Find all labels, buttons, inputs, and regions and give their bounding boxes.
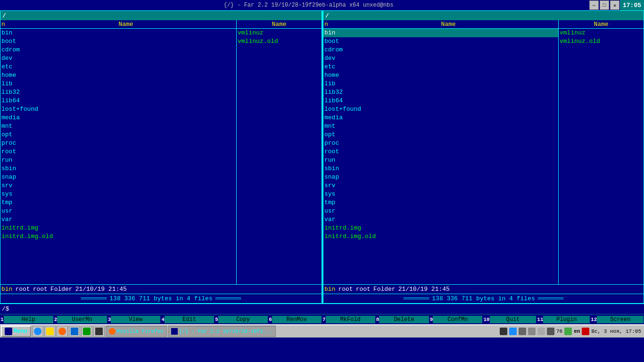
- list-item[interactable]: lib32: [323, 88, 558, 97]
- list-item[interactable]: snap: [0, 173, 236, 181]
- taskbar-app-far[interactable]: {/} - Far 2.2 19/10/28-19f2...: [168, 326, 276, 337]
- list-item[interactable]: cdrom: [0, 46, 236, 54]
- firefox-icon: [58, 328, 66, 335]
- list-item[interactable]: vmlinuz: [559, 29, 644, 37]
- fn-label-8: Delete: [379, 316, 429, 323]
- list-item[interactable]: initrd.img.old: [0, 232, 236, 241]
- list-item[interactable]: lost+found: [0, 105, 236, 114]
- cmd-input[interactable]: [11, 305, 642, 313]
- fn-label-12: Screen: [597, 316, 644, 323]
- list-item[interactable]: lost+found: [323, 105, 558, 114]
- list-item[interactable]: vmlinuz: [237, 29, 322, 37]
- list-item[interactable]: snap: [323, 173, 558, 181]
- close-button[interactable]: ✕: [610, 0, 619, 10]
- list-item[interactable]: vmlinuz.old: [559, 37, 644, 46]
- list-item[interactable]: sys: [323, 190, 558, 198]
- fn-key-7[interactable]: 7MkFold: [322, 314, 376, 324]
- list-item[interactable]: media: [0, 114, 236, 122]
- list-item[interactable]: mnt: [0, 122, 236, 131]
- list-item[interactable]: lib64: [0, 97, 236, 105]
- list-item[interactable]: lib: [323, 80, 558, 88]
- fn-key-10[interactable]: 10Quit: [483, 314, 537, 324]
- right-info-text: 138 336 711 bytes in 4 files: [432, 295, 535, 302]
- right-status-date: 21/10/19 21:45: [398, 286, 450, 293]
- list-item[interactable]: run: [323, 156, 558, 165]
- fn-key-4[interactable]: 4Edit: [161, 314, 215, 324]
- maximize-button[interactable]: □: [600, 0, 609, 10]
- list-item[interactable]: opt: [0, 131, 236, 139]
- list-item[interactable]: root: [0, 148, 236, 156]
- list-item[interactable]: lib: [0, 80, 236, 88]
- list-item[interactable]: sys: [0, 190, 236, 198]
- list-item[interactable]: vmlinuz.old: [237, 37, 322, 46]
- list-item[interactable]: etc: [0, 63, 236, 71]
- list-item[interactable]: proc: [0, 139, 236, 148]
- list-item[interactable]: home: [323, 71, 558, 80]
- right-info-separator-right: ═══════: [538, 295, 564, 302]
- left-col-n: n: [0, 20, 16, 28]
- left-info-text: 138 336 711 bytes in 4 files: [109, 295, 212, 302]
- left-status-bar: bin root root Folder 21/10/19 21:45: [0, 284, 322, 294]
- tray-battery-icon: [564, 328, 572, 335]
- right-status-type: Folder: [373, 286, 396, 293]
- list-item[interactable]: opt: [323, 131, 558, 139]
- list-item[interactable]: mnt: [323, 122, 558, 131]
- list-item[interactable]: usr: [323, 207, 558, 215]
- right-files-right: vmlinuzvmlinuz.old: [559, 29, 644, 284]
- fn-key-3[interactable]: 3View: [107, 314, 161, 324]
- start-button[interactable]: Menu: [1, 326, 31, 337]
- right-col-name: Name: [339, 20, 558, 28]
- list-item[interactable]: proc: [323, 139, 558, 148]
- list-item[interactable]: srv: [323, 181, 558, 190]
- right-status-name: bin: [324, 286, 335, 293]
- minimize-button[interactable]: —: [589, 0, 599, 10]
- fn-key-6[interactable]: 6RenMov: [268, 314, 322, 324]
- fn-key-12[interactable]: 12Screen: [590, 314, 644, 324]
- list-item[interactable]: tmp: [323, 198, 558, 207]
- list-item[interactable]: var: [323, 215, 558, 224]
- quicklaunch-4[interactable]: [69, 326, 80, 337]
- firefox-taskbar-icon: [109, 328, 116, 335]
- list-item[interactable]: run: [0, 156, 236, 165]
- list-item[interactable]: srv: [0, 181, 236, 190]
- list-item[interactable]: boot: [0, 37, 236, 46]
- list-item[interactable]: media: [323, 114, 558, 122]
- list-item[interactable]: etc: [323, 63, 558, 71]
- list-item[interactable]: initrd.img: [323, 224, 558, 232]
- list-item[interactable]: bin: [323, 29, 558, 37]
- fn-key-9[interactable]: 9ConfMn: [429, 314, 483, 324]
- list-item[interactable]: initrd.img.old: [323, 232, 558, 241]
- tray-shield-icon: [528, 328, 536, 335]
- quicklaunch-2[interactable]: [44, 326, 56, 337]
- quicklaunch-3[interactable]: [57, 326, 68, 337]
- quicklaunch-5[interactable]: [81, 326, 92, 337]
- fn-num-8: 8: [376, 317, 380, 322]
- fn-num-1: 1: [0, 317, 4, 322]
- fn-key-8[interactable]: 8Delete: [376, 314, 429, 324]
- list-item[interactable]: sbin: [323, 165, 558, 173]
- list-item[interactable]: usr: [0, 207, 236, 215]
- list-item[interactable]: tmp: [0, 198, 236, 207]
- taskbar-app-firefox[interactable]: Mozilla Firefox: [106, 326, 167, 337]
- list-item[interactable]: boot: [323, 37, 558, 46]
- list-item[interactable]: var: [0, 215, 236, 224]
- list-item[interactable]: dev: [323, 54, 558, 63]
- fn-key-1[interactable]: 1Help: [0, 314, 54, 324]
- fn-key-11[interactable]: 11Plugin: [537, 314, 590, 324]
- title-text: {/} - Far 2.2 19/10/28-19f29eb-alpha x64…: [28, 2, 589, 8]
- list-item[interactable]: home: [0, 71, 236, 80]
- quicklaunch-6[interactable]: [93, 326, 105, 337]
- list-item[interactable]: bin: [0, 29, 236, 37]
- fn-key-2[interactable]: 2UserMn: [54, 314, 107, 324]
- tray-brightness-icon: [537, 328, 545, 335]
- list-item[interactable]: root: [323, 148, 558, 156]
- list-item[interactable]: dev: [0, 54, 236, 63]
- fn-num-10: 10: [483, 317, 489, 322]
- fn-key-5[interactable]: 5Copy: [215, 314, 268, 324]
- list-item[interactable]: lib32: [0, 88, 236, 97]
- list-item[interactable]: lib64: [323, 97, 558, 105]
- list-item[interactable]: initrd.img: [0, 224, 236, 232]
- list-item[interactable]: cdrom: [323, 46, 558, 54]
- list-item[interactable]: sbin: [0, 165, 236, 173]
- quicklaunch-1[interactable]: [32, 326, 43, 337]
